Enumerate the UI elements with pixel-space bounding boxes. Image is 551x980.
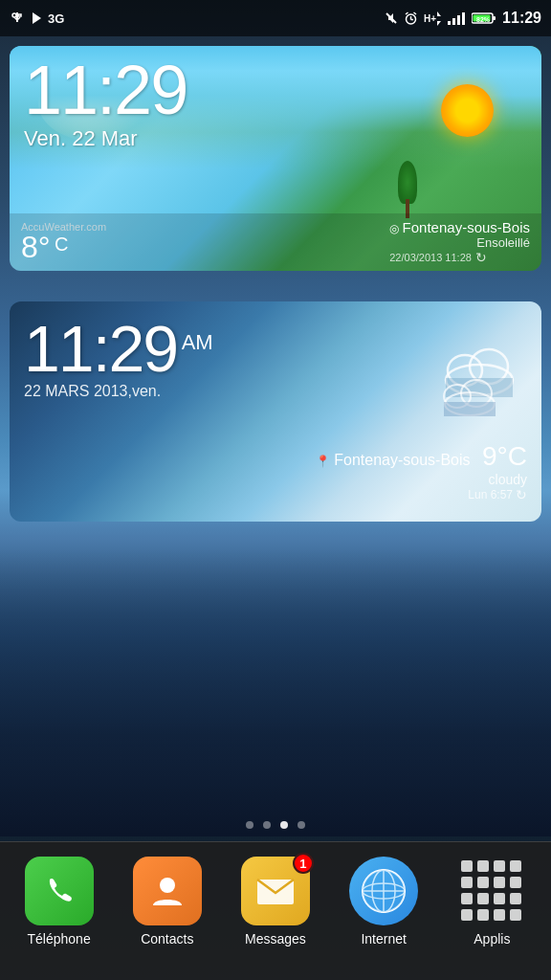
svg-text:H+: H+: [424, 13, 436, 24]
svg-rect-15: [448, 21, 451, 25]
svg-point-38: [363, 870, 405, 912]
dock-item-phone[interactable]: Téléphone: [11, 857, 107, 947]
apps-label: Applis: [474, 931, 510, 947]
messages-badge: 1: [293, 853, 314, 874]
signal-icon: [447, 11, 466, 25]
status-right: H+ 82% 11:29: [385, 10, 541, 27]
widget1-time: 11:29: [24, 56, 527, 124]
contacts-icon-svg: [147, 871, 187, 911]
svg-rect-18: [462, 12, 465, 25]
refresh-icon: ↻: [475, 250, 487, 265]
dock-item-messages[interactable]: 1 Messages: [228, 857, 323, 947]
svg-text:82%: 82%: [476, 16, 491, 23]
phone-icon: [25, 857, 94, 925]
dock: Téléphone Contacts 1 Messages: [0, 841, 551, 980]
svg-rect-16: [452, 18, 455, 25]
mute-icon: [385, 11, 398, 25]
widget1-date: Ven. 22 Mar: [24, 126, 527, 151]
svg-line-10: [406, 12, 408, 14]
dock-item-contacts[interactable]: Contacts: [120, 857, 215, 947]
svg-marker-13: [437, 11, 441, 16]
svg-marker-5: [33, 12, 41, 24]
widget1-temperature: 8° C: [21, 230, 69, 265]
usb-icon: [10, 11, 25, 26]
widget2-time: 11:29: [24, 312, 177, 385]
widget2-ampm: AM: [182, 330, 213, 355]
widget2-temperature: 9°C: [482, 441, 527, 471]
page-dot-0[interactable]: [246, 821, 253, 829]
contacts-icon: [133, 857, 202, 925]
svg-rect-17: [457, 15, 460, 25]
apps-icon: [457, 857, 526, 925]
widget1-bottom: 8° C ◎ Fontenay-sous-Bois Ensoleillé 22/…: [10, 213, 541, 271]
widget-clock-weather-top[interactable]: 11:29 Ven. 22 Mar AccuWeather.com 8° C ◎…: [10, 46, 541, 271]
dock-item-apps[interactable]: Applis: [444, 857, 540, 947]
page-dots: [0, 821, 551, 829]
svg-rect-20: [493, 16, 496, 20]
widget2-location-info: 📍 Fontenay-sous-Bois 9°C cloudy Lun 6:57…: [316, 441, 527, 502]
phone-icon-svg: [40, 872, 78, 910]
messages-icon: 1: [241, 857, 310, 925]
widget2-condition: cloudy: [489, 472, 527, 487]
refresh-icon2: ↻: [516, 487, 527, 502]
widget2-time-container: 11:29 AM: [24, 316, 527, 381]
status-time: 11:29: [502, 10, 541, 27]
svg-rect-4: [18, 14, 21, 16]
internet-label: Internet: [361, 931, 406, 947]
messages-icon-svg: [254, 872, 297, 910]
svg-marker-14: [437, 21, 441, 26]
widget-clock-weather-bottom[interactable]: 11:29 AM 22 MARS 2013,ven. 📍 Fontenay-so…: [10, 301, 541, 522]
messages-label: Messages: [245, 931, 306, 947]
play-icon: [31, 11, 42, 25]
dock-item-internet[interactable]: Internet: [336, 857, 431, 947]
widget1-condition: Ensoleillé: [389, 235, 530, 250]
svg-line-11: [414, 12, 417, 14]
globe-icon-svg: [359, 866, 408, 916]
page-dot-2[interactable]: [280, 821, 288, 829]
internet-icon: [349, 857, 418, 925]
widget2-updated: Lun 6:57 ↻: [316, 487, 527, 502]
svg-point-31: [160, 878, 175, 893]
widget2-date: 22 MARS 2013,ven.: [24, 383, 527, 400]
widget1-updated: 22/03/2013 11:28 ↻: [389, 250, 530, 265]
status-left: 3G: [10, 11, 64, 26]
battery-icon: 82%: [472, 11, 496, 25]
phone-label: Téléphone: [28, 931, 91, 947]
widget2-location-name: Fontenay-sous-Bois: [334, 452, 470, 468]
contacts-label: Contacts: [141, 931, 193, 947]
svg-point-3: [12, 13, 16, 17]
widget1-location: ◎ Fontenay-sous-Bois Ensoleillé 22/03/20…: [389, 219, 530, 265]
data-icon: H+: [424, 11, 441, 26]
alarm-icon: [404, 11, 418, 26]
status-bar: 3G H+: [0, 0, 551, 36]
widget1-content: 11:29 Ven. 22 Mar: [10, 46, 541, 161]
page-dot-1[interactable]: [263, 821, 271, 829]
page-dot-3[interactable]: [298, 821, 305, 829]
network-badge: 3G: [48, 11, 64, 26]
widget1-tree: [388, 161, 427, 218]
apps-grid: [461, 860, 523, 923]
widget2-weather-info: 📍 Fontenay-sous-Bois 9°C cloudy Lun 6:57…: [24, 441, 527, 502]
widget2-content: 11:29 AM 22 MARS 2013,ven.: [10, 301, 541, 414]
